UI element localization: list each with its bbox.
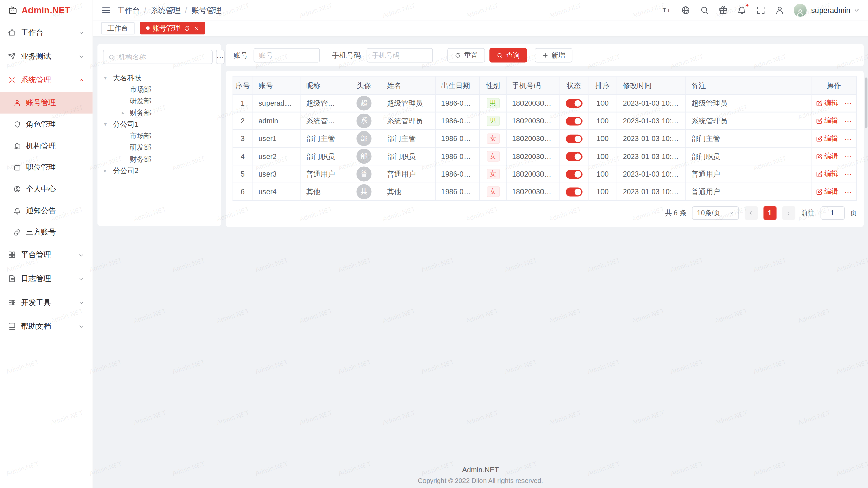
- username[interactable]: superadmin: [811, 6, 850, 14]
- status-toggle[interactable]: [566, 187, 582, 196]
- total-count: 共 6 条: [665, 208, 687, 218]
- status-toggle[interactable]: [566, 117, 582, 125]
- cell-account: user4: [253, 183, 300, 201]
- breadcrumb-item[interactable]: 工作台: [117, 5, 140, 15]
- prev-page-button[interactable]: [744, 206, 757, 220]
- tree-node[interactable]: 市场部: [103, 84, 216, 95]
- sidebar-item-system-mgmt[interactable]: 系统管理: [0, 68, 93, 92]
- chevron-down-icon[interactable]: [854, 7, 860, 13]
- sidebar-item-platform-mgmt[interactable]: 平台管理: [0, 243, 93, 267]
- tree-node[interactable]: 财务部: [103, 107, 216, 118]
- sidebar-item-business-test[interactable]: 业务测试: [0, 44, 93, 68]
- tree-node[interactable]: 财务部: [103, 153, 216, 165]
- search-icon: [496, 52, 503, 59]
- theme-icon[interactable]: [719, 5, 728, 15]
- status-toggle[interactable]: [566, 152, 582, 161]
- sidebar-item-notice[interactable]: 通知公告: [0, 200, 93, 221]
- breadcrumb-item[interactable]: 系统管理: [151, 5, 181, 15]
- tree-node[interactable]: 分公司2: [103, 165, 216, 177]
- refresh-icon[interactable]: [183, 25, 190, 31]
- sidebar-item-third-party-account[interactable]: 三方账号: [0, 221, 93, 243]
- status-toggle[interactable]: [566, 99, 582, 108]
- sidebar: Admin.NET 工作台 业务测试 系统管理 账号管理: [0, 0, 93, 488]
- row-more-icon[interactable]: [844, 188, 852, 196]
- menu-toggle-icon[interactable]: [101, 5, 111, 15]
- edit-button[interactable]: 编辑: [816, 187, 838, 197]
- row-more-icon[interactable]: [844, 117, 852, 125]
- sidebar-item-account-mgmt[interactable]: 账号管理: [0, 92, 93, 114]
- account-input[interactable]: [254, 48, 320, 62]
- app-logo[interactable]: Admin.NET: [0, 0, 93, 20]
- sidebar-item-role-mgmt[interactable]: 角色管理: [0, 114, 93, 135]
- caret-right-icon[interactable]: [122, 107, 129, 118]
- send-icon: [8, 52, 16, 60]
- edit-button[interactable]: 编辑: [816, 99, 838, 108]
- cell-remark: 超级管理员: [686, 94, 811, 112]
- edit-button[interactable]: 编辑: [816, 151, 838, 161]
- tree-node-label: 财务部: [130, 154, 151, 164]
- cell-seq: 5: [233, 165, 253, 183]
- tab-account-mgmt[interactable]: 账号管理: [140, 22, 205, 34]
- row-more-icon[interactable]: [844, 135, 852, 143]
- org-more-button[interactable]: [216, 50, 225, 64]
- chevron-down-icon: [78, 299, 85, 306]
- row-more-icon[interactable]: [844, 170, 852, 178]
- tree-node[interactable]: 研发部: [103, 95, 216, 107]
- sidebar-item-profile-center[interactable]: 个人中心: [0, 178, 93, 200]
- profile-icon[interactable]: [775, 5, 785, 15]
- fullscreen-icon[interactable]: [756, 5, 766, 15]
- add-button[interactable]: 新增: [535, 48, 572, 62]
- avatar[interactable]: [794, 4, 807, 17]
- svg-text:T: T: [667, 8, 670, 13]
- reset-button[interactable]: 重置: [447, 48, 485, 62]
- sidebar-item-org-mgmt[interactable]: 机构管理: [0, 135, 93, 157]
- tab-workbench[interactable]: 工作台: [101, 22, 134, 34]
- cell-nickname: 系统管理员: [300, 112, 347, 130]
- sidebar-item-log-mgmt[interactable]: 日志管理: [0, 267, 93, 290]
- tree-node[interactable]: 分公司1: [103, 118, 216, 130]
- top-header: 工作台 / 系统管理 / 账号管理 TT superadmin: [93, 0, 868, 20]
- avatar: 部: [356, 131, 371, 146]
- search-icon[interactable]: [700, 5, 709, 15]
- page-size-select[interactable]: 10条/页: [692, 206, 739, 220]
- col-nickname: 昵称: [300, 77, 347, 94]
- sidebar-menu: 工作台 业务测试 系统管理 账号管理 角色管理: [0, 20, 93, 338]
- org-search-input[interactable]: [118, 53, 208, 61]
- edit-button[interactable]: 编辑: [816, 116, 838, 126]
- caret-down-icon[interactable]: [104, 72, 111, 83]
- row-more-icon[interactable]: [844, 99, 852, 107]
- sidebar-item-help-docs[interactable]: 帮助文档: [0, 314, 93, 338]
- caret-right-icon[interactable]: [104, 165, 111, 177]
- tree-node[interactable]: 市场部: [103, 130, 216, 142]
- row-more-icon[interactable]: [844, 152, 852, 160]
- notification-bell-icon[interactable]: [737, 5, 747, 15]
- status-toggle[interactable]: [566, 134, 582, 143]
- next-page-button[interactable]: [782, 206, 795, 220]
- status-toggle[interactable]: [566, 170, 582, 179]
- chevron-up-icon: [78, 77, 85, 83]
- edit-button-label: 编辑: [824, 134, 838, 143]
- edit-button[interactable]: 编辑: [816, 134, 838, 143]
- current-page-button[interactable]: 1: [763, 206, 776, 220]
- bell-icon: [737, 5, 746, 14]
- search-button[interactable]: 查询: [489, 48, 527, 62]
- edit-button[interactable]: 编辑: [816, 169, 838, 179]
- sidebar-item-dev-tools[interactable]: 开发工具: [0, 290, 93, 314]
- goto-page-input[interactable]: [820, 206, 845, 220]
- edit-icon: [816, 118, 823, 124]
- tree-node[interactable]: 研发部: [103, 142, 216, 153]
- sidebar-item-workbench[interactable]: 工作台: [0, 20, 93, 44]
- scrollbar-thumb[interactable]: [865, 78, 867, 128]
- font-size-icon[interactable]: TT: [662, 5, 672, 15]
- globe-icon[interactable]: [681, 5, 691, 15]
- sidebar-item-label: 开发工具: [21, 298, 51, 307]
- col-remark: 备注: [686, 77, 811, 94]
- close-icon[interactable]: [193, 25, 199, 31]
- col-actions: 操作: [811, 77, 857, 94]
- caret-down-icon[interactable]: [104, 118, 111, 130]
- sidebar-item-position-mgmt[interactable]: 职位管理: [0, 157, 93, 178]
- tree-node[interactable]: 大名科技: [103, 72, 216, 83]
- shield-icon: [13, 120, 21, 128]
- phone-input[interactable]: [367, 48, 433, 62]
- sidebar-item-label: 平台管理: [21, 250, 51, 260]
